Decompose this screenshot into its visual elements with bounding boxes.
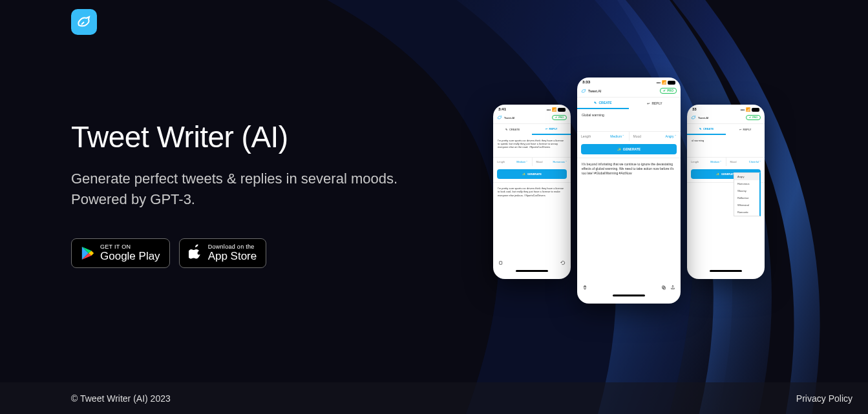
phone-screenshot-center: 3:33••• 📶 Tweet.AI ✔ PRO ✎ CREATE ↩ REPL…: [577, 78, 681, 304]
tweet-output: It's beyond infuriating that we continue…: [577, 158, 681, 282]
mood-select: MoodAngry ˅: [630, 132, 681, 141]
page-footer: © Tweet Writer (AI) 2023 Privacy Policy: [0, 382, 868, 414]
generate-button: ✨ GENERATE: [497, 169, 567, 179]
tab-create: ✎ CREATE: [493, 124, 532, 135]
page-title: Tweet Writer (AI): [71, 119, 397, 154]
svg-rect-0: [500, 262, 502, 265]
pro-badge: ✔ PRO: [660, 88, 677, 94]
tab-reply: ↩ REPLY: [532, 124, 571, 135]
copyright-text: © Tweet Writer (AI) 2023: [71, 393, 171, 404]
apple-icon: [189, 243, 203, 263]
length-select: LengthMedium ˅: [577, 132, 630, 141]
app-logo: [71, 9, 97, 35]
google-play-icon: [81, 245, 95, 261]
tab-reply: ↩ REPLY: [629, 98, 681, 109]
pro-badge: ✔ PRO: [552, 115, 567, 120]
copy-icon: [661, 285, 666, 290]
privacy-policy-link[interactable]: Privacy Policy: [796, 393, 852, 404]
tab-create: ✎ CREATE: [577, 98, 629, 109]
delete-icon: [582, 285, 587, 290]
page-subtitle: Generate perfect tweets & replies in sev…: [71, 169, 397, 210]
mood-dropdown: Angry Humorous Gloomy Reflective Whimsic…: [734, 172, 761, 216]
share-icon: [670, 285, 675, 290]
copy-icon: [498, 260, 503, 265]
phone-screenshot-right: 33••• 📶 Tweet.AI ✔ PRO ✎ CREATE ↩ REPLY …: [687, 105, 765, 279]
phone-screenshot-left: 3:41••• 📶 Tweet.AI ✔ PRO ✎ CREATE ↩ REPL…: [493, 105, 571, 279]
phone-mockups: 3:41••• 📶 Tweet.AI ✔ PRO ✎ CREATE ↩ REPL…: [493, 78, 765, 323]
google-play-button[interactable]: GET IT ON Google Play: [71, 238, 170, 268]
refresh-icon: [560, 260, 566, 265]
tweet-input: Global warming: [577, 109, 681, 131]
generate-button: ✨ GENERATE: [581, 144, 677, 154]
app-store-button[interactable]: Download on the App Store: [179, 238, 267, 268]
